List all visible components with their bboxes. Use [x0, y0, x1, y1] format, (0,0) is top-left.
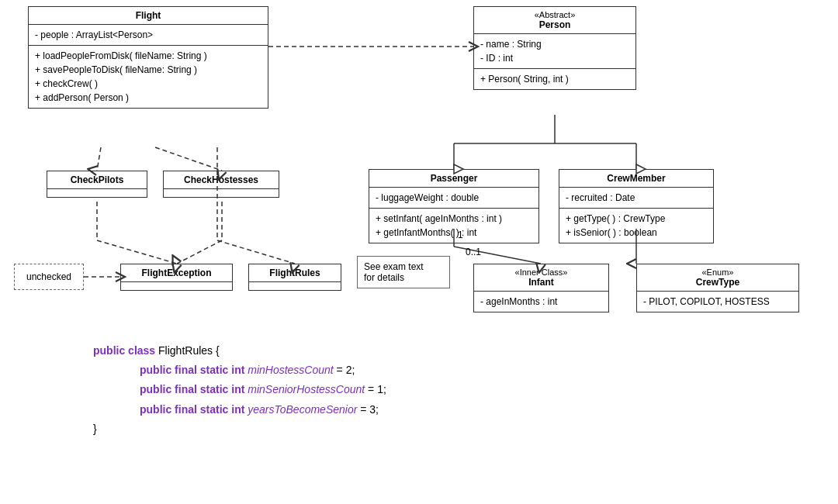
crewmember-method-2: + isSenior( ) : boolean [566, 226, 707, 240]
crewmember-class-header: CrewMember [559, 170, 713, 188]
infant-attr-1: - ageInMonths : int [480, 295, 602, 309]
code-var-3: minSeniorHostessCount [248, 383, 365, 395]
see-exam-label: See exam textfor details [364, 261, 424, 283]
code-line-1: public class FlightRules { [93, 341, 386, 361]
flight-class-header: Flight [29, 7, 268, 25]
unchecked-label: unchecked [26, 271, 71, 282]
flight-class: Flight - people : ArrayList<Person> + lo… [28, 6, 268, 109]
infant-class-name: Infant [528, 277, 554, 288]
flightrules-class-header: FlightRules [249, 264, 341, 282]
code-line-3: public final static int minSeniorHostess… [93, 380, 386, 399]
passenger-method-1: + setInfant( ageInMonths : int ) [376, 212, 532, 226]
flightrules-class: FlightRules [248, 264, 341, 291]
person-class: «Abstract» Person - name : String - ID :… [473, 6, 636, 90]
person-stereotype: «Abstract» [480, 10, 629, 19]
person-methods: + Person( String, int ) [474, 69, 635, 89]
flightexception-class: FlightException [120, 264, 233, 291]
checkpilots-body [47, 189, 147, 197]
svg-line-6 [97, 147, 101, 171]
flightrules-body [249, 282, 341, 290]
checkhostesses-class-name: CheckHostesses [184, 174, 258, 185]
crewmember-method-1: + getType( ) : CrewType [566, 212, 707, 226]
passenger-attributes: - luggageWeight : double [369, 188, 538, 209]
person-class-header: «Abstract» Person [474, 7, 635, 34]
code-val-3: = 1; [365, 383, 386, 395]
code-plain-1: FlightRules { [158, 344, 220, 357]
infant-class-header: «Inner Class» Infant [474, 264, 608, 292]
passenger-attr-1: - luggageWeight : double [376, 191, 532, 205]
person-attributes: - name : String - ID : int [474, 34, 635, 69]
code-kw-2: public final static int [140, 364, 248, 376]
crewmember-methods: + getType( ) : CrewType + isSenior( ) : … [559, 209, 713, 243]
flight-attributes: - people : ArrayList<Person> [29, 25, 268, 46]
svg-line-17 [217, 240, 295, 264]
multiplicity-1: 1 [458, 230, 463, 240]
person-attr-2: - ID : int [480, 51, 629, 65]
flight-class-name: Flight [136, 10, 161, 21]
flightexception-class-name: FlightException [142, 268, 212, 278]
flight-method-2: + savePeopleToDisk( fileName: String ) [35, 63, 261, 77]
diagram-area: Flight - people : ArrayList<Person> + lo… [0, 0, 838, 333]
code-var-4: yearsToBecomeSenior [248, 403, 357, 416]
crewmember-class: CrewMember - recruited : Date + getType(… [559, 169, 714, 243]
crewtype-attr-1: - PILOT, COPILOT, HOSTESS [643, 295, 792, 309]
crewtype-attributes: - PILOT, COPILOT, HOSTESS [637, 292, 798, 312]
flight-attr-1: - people : ArrayList<Person> [35, 28, 261, 42]
crewtype-class: «Enum» CrewType - PILOT, COPILOT, HOSTES… [636, 264, 799, 312]
code-val-4: = 3; [357, 403, 379, 416]
code-closing-brace: } [93, 423, 97, 435]
flightexception-body [121, 282, 232, 290]
crewmember-attr-1: - recruited : Date [566, 191, 707, 205]
flight-method-3: + checkCrew( ) [35, 77, 261, 91]
crewmember-class-name: CrewMember [607, 173, 665, 184]
infant-attributes: - ageInMonths : int [474, 292, 608, 312]
person-class-name: Person [539, 19, 571, 30]
code-kw-1: public class [93, 344, 155, 357]
code-val-2: = 2; [334, 364, 355, 376]
passenger-class-name: Passenger [431, 173, 478, 184]
checkhostesses-class: CheckHostesses [163, 171, 279, 198]
flight-method-4: + addPerson( Person ) [35, 91, 261, 105]
code-var-2: minHostessCount [248, 364, 334, 376]
code-kw-3: public final static int [140, 383, 248, 395]
svg-line-11 [177, 240, 222, 264]
infant-stereotype: «Inner Class» [480, 268, 602, 277]
crewmember-attributes: - recruited : Date [559, 188, 713, 209]
passenger-class-header: Passenger [369, 170, 538, 188]
code-line-2: public final static int minHostessCount … [93, 361, 386, 380]
code-section: public class FlightRules { public final … [93, 341, 386, 439]
crewtype-stereotype: «Enum» [643, 268, 792, 277]
infant-class: «Inner Class» Infant - ageInMonths : int [473, 264, 609, 312]
passenger-method-2: + getInfantMonths( ) : int [376, 226, 532, 240]
passenger-class: Passenger - luggageWeight : double + set… [369, 169, 539, 243]
checkpilots-class-header: CheckPilots [47, 171, 147, 189]
checkpilots-class-name: CheckPilots [71, 174, 124, 185]
flight-method-1: + loadPeopleFromDisk( fileName: String ) [35, 49, 261, 63]
person-attr-1: - name : String [480, 37, 629, 51]
see-exam-note: See exam textfor details [357, 256, 450, 288]
code-line-5: } [93, 419, 386, 439]
svg-line-7 [155, 147, 222, 171]
code-line-4: public final static int yearsToBecomeSen… [93, 400, 386, 419]
code-kw-4: public final static int [140, 403, 248, 416]
checkhostesses-class-header: CheckHostesses [164, 171, 279, 189]
multiplicity-01: 0..1 [466, 247, 481, 257]
passenger-methods: + setInfant( ageInMonths : int ) + getIn… [369, 209, 538, 243]
crewtype-class-header: «Enum» CrewType [637, 264, 798, 292]
checkpilots-class: CheckPilots [47, 171, 147, 198]
person-method-1: + Person( String, int ) [480, 72, 629, 86]
flight-methods: + loadPeopleFromDisk( fileName: String )… [29, 46, 268, 108]
svg-line-9 [97, 240, 177, 264]
crewtype-class-name: CrewType [696, 277, 739, 288]
flightexception-class-header: FlightException [121, 264, 232, 282]
flightrules-class-name: FlightRules [269, 268, 320, 278]
checkhostesses-body [164, 189, 279, 197]
unchecked-note: unchecked [14, 264, 84, 290]
